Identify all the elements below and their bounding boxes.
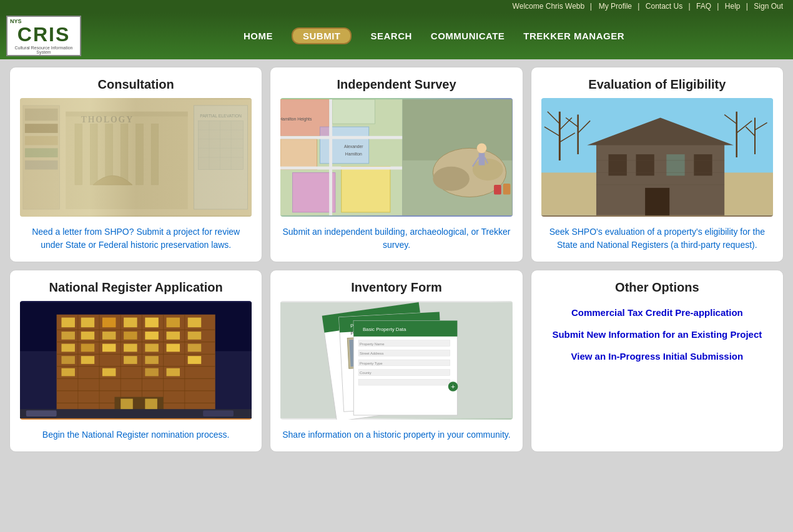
main-nav: HOME SUBMIT SEARCH COMMUNICATE TREKKER M… (81, 27, 787, 44)
eligibility-description: Seek SHPO's evaluation of a property's e… (541, 225, 773, 252)
eligibility-image (541, 98, 773, 217)
inventory-form-card[interactable]: Inventory Form Photo Evidence Photograph… (270, 270, 523, 452)
svg-rect-115 (61, 356, 74, 364)
top-user-bar: Welcome Chris Webb | My Profile | Contac… (0, 0, 793, 12)
consultation-description: Need a letter from SHPO? Submit a projec… (20, 225, 252, 252)
svg-rect-122 (145, 368, 158, 377)
svg-rect-103 (102, 332, 116, 340)
commercial-tax-credit-link[interactable]: Commercial Tax Credit Pre-application (571, 307, 743, 318)
eligibility-card[interactable]: Evaluation of Eligibility (531, 67, 784, 262)
nav-submit[interactable]: SUBMIT (292, 27, 352, 44)
inventory-form-title: Inventory Form (351, 280, 442, 295)
svg-rect-148 (358, 370, 450, 376)
svg-rect-35 (330, 99, 333, 215)
survey-card[interactable]: Independent Survey (270, 67, 523, 262)
svg-rect-100 (188, 318, 201, 328)
svg-rect-150 (358, 379, 450, 385)
svg-text:PARTIAL ELEVATION: PARTIAL ELEVATION (200, 114, 242, 118)
svg-text:Alexander: Alexander (344, 144, 363, 149)
logo-cris: CRIS (17, 24, 70, 44)
other-options-card: Other Options Commercial Tax Credit Pre-… (531, 270, 784, 452)
logo-area: NYS CRIS Cultural Resource Information S… (6, 16, 81, 56)
svg-rect-5 (25, 148, 58, 157)
survey-description: Submit an independent building, archaeol… (280, 225, 512, 252)
inventory-form-image: Photo Evidence Photographs Basic Propert… (280, 301, 512, 420)
svg-text:Property Name: Property Name (360, 342, 384, 346)
svg-text:Hamilton: Hamilton (345, 152, 362, 156)
svg-text:Property Type: Property Type (360, 362, 382, 365)
svg-rect-8 (66, 112, 187, 117)
consultation-image: THOLOGY PARTIAL ELEVATION (20, 98, 252, 217)
svg-rect-51 (503, 184, 511, 195)
svg-rect-118 (145, 356, 158, 364)
logo-subtitle: Cultural Resource Information System (10, 46, 77, 54)
svg-rect-6 (25, 160, 58, 170)
svg-rect-107 (188, 332, 201, 340)
svg-rect-106 (167, 332, 180, 340)
svg-rect-28 (332, 99, 375, 124)
view-in-progress-link[interactable]: View an In-Progress Initial Submission (571, 351, 744, 362)
svg-rect-0 (20, 99, 252, 215)
welcome-text: Welcome Chris Webb (513, 2, 585, 11)
svg-rect-1 (23, 106, 60, 209)
svg-rect-10 (90, 124, 97, 185)
svg-rect-98 (145, 318, 158, 328)
nav-home[interactable]: HOME (244, 31, 273, 41)
svg-point-45 (473, 159, 503, 180)
svg-rect-18 (198, 121, 243, 169)
consultation-title: Consultation (98, 77, 174, 92)
svg-rect-4 (25, 136, 58, 145)
svg-text:THOLOGY: THOLOGY (81, 115, 134, 124)
navbar: NYS CRIS Cultural Resource Information S… (0, 12, 793, 59)
svg-rect-12 (121, 124, 128, 185)
help-link[interactable]: Help (725, 2, 741, 11)
svg-rect-50 (494, 185, 501, 195)
other-options-title: Other Options (615, 280, 699, 295)
national-register-card[interactable]: National Register Application (9, 270, 262, 452)
nav-search[interactable]: SEARCH (370, 31, 411, 41)
nav-communicate[interactable]: COMMUNICATE (431, 31, 505, 41)
svg-rect-108 (61, 344, 74, 352)
svg-rect-112 (145, 344, 158, 352)
svg-rect-109 (81, 344, 94, 352)
svg-rect-36 (280, 136, 402, 139)
svg-rect-7 (66, 112, 187, 209)
svg-rect-97 (124, 318, 137, 328)
svg-rect-11 (106, 124, 113, 185)
svg-point-46 (477, 144, 487, 154)
svg-text:County: County (360, 371, 372, 375)
svg-rect-119 (188, 356, 201, 364)
national-register-title: National Register Application (49, 280, 223, 295)
svg-rect-3 (25, 124, 58, 133)
svg-rect-14 (151, 124, 159, 185)
logo: NYS CRIS Cultural Resource Information S… (6, 16, 81, 56)
svg-rect-47 (479, 153, 485, 165)
svg-rect-129 (203, 410, 234, 416)
svg-rect-128 (26, 410, 57, 416)
svg-rect-101 (61, 332, 74, 340)
sign-out-link[interactable]: Sign Out (754, 2, 783, 11)
nav-trekker[interactable]: TREKKER MANAGER (523, 31, 624, 41)
my-profile-link[interactable]: My Profile (599, 2, 632, 11)
svg-rect-116 (81, 356, 94, 364)
svg-text:Basic Property Data: Basic Property Data (363, 327, 406, 332)
svg-rect-111 (124, 344, 137, 352)
card-grid: Consultation (9, 67, 784, 452)
svg-rect-104 (124, 332, 137, 340)
svg-rect-121 (102, 368, 116, 377)
svg-rect-9 (75, 124, 82, 185)
submit-new-information-link[interactable]: Submit New Information for an Existing P… (552, 329, 762, 340)
svg-rect-114 (188, 344, 201, 352)
svg-rect-120 (61, 368, 74, 377)
faq-link[interactable]: FAQ (696, 2, 711, 11)
eligibility-title: Evaluation of Eligibility (588, 77, 726, 92)
svg-rect-2 (25, 109, 58, 121)
svg-rect-96 (102, 318, 116, 328)
svg-point-44 (433, 167, 470, 191)
contact-us-link[interactable]: Contact Us (646, 2, 682, 11)
svg-rect-37 (280, 167, 402, 170)
svg-rect-13 (136, 124, 144, 185)
svg-rect-99 (167, 318, 180, 328)
national-register-image (20, 301, 252, 420)
consultation-card[interactable]: Consultation (9, 67, 262, 262)
